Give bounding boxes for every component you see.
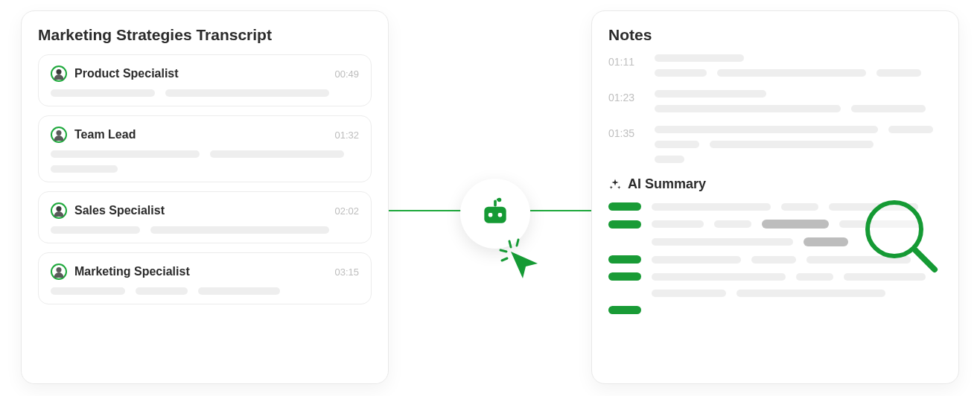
avatar-icon: [51, 264, 67, 280]
connector-line: [530, 210, 591, 211]
fade-overlay: [22, 354, 388, 383]
note-timestamp: 01:35: [608, 126, 638, 163]
svg-rect-2: [498, 213, 503, 217]
skeleton-lines: [655, 54, 942, 77]
note-item[interactable]: 01:35: [608, 126, 942, 163]
sparkle-icon: [608, 178, 622, 191]
entry-header: Team Lead 01:32: [51, 127, 359, 143]
speaker-name: Marketing Specialist: [74, 265, 190, 278]
ai-summary-body: [608, 202, 942, 314]
note-timestamp: 01:23: [608, 90, 638, 112]
transcript-title: Marketing Strategies Transcript: [38, 26, 372, 44]
timestamp: 03:15: [334, 266, 359, 278]
avatar-icon: [51, 127, 67, 143]
svg-line-7: [500, 250, 506, 252]
timestamp: 02:02: [334, 205, 359, 217]
skeleton-lines: [51, 287, 359, 295]
skeleton-lines: [51, 89, 359, 97]
speaker-name: Sales Specialist: [74, 204, 165, 217]
entry-header: Sales Specialist 02:02: [51, 202, 359, 219]
transcript-card: Marketing Strategies Transcript Product …: [21, 10, 389, 384]
skeleton-lines: [655, 90, 942, 112]
speaker-name: Team Lead: [74, 128, 136, 141]
note-item[interactable]: 01:23: [608, 90, 942, 112]
notes-card: Notes 01:11 01:23 01:35 AI Summary: [591, 10, 959, 384]
transcript-entry[interactable]: Product Specialist 00:49: [38, 54, 372, 106]
skeleton-lines: [51, 226, 359, 234]
notes-title: Notes: [608, 26, 942, 44]
avatar-icon: [51, 66, 67, 82]
svg-line-9: [502, 258, 507, 261]
transcript-entry[interactable]: Sales Specialist 02:02: [38, 191, 372, 243]
timestamp: 01:32: [334, 130, 359, 141]
svg-rect-0: [484, 207, 506, 223]
entry-header: Marketing Specialist 03:15: [51, 264, 359, 280]
skeleton-lines: [655, 126, 942, 163]
ai-summary-header: AI Summary: [608, 176, 942, 192]
timestamp: 00:49: [334, 68, 359, 80]
svg-rect-1: [489, 213, 493, 217]
svg-rect-5: [497, 199, 500, 201]
robot-icon: [479, 196, 512, 231]
avatar-icon: [51, 202, 67, 219]
svg-line-6: [509, 241, 511, 247]
note-timestamp: 01:11: [608, 54, 638, 77]
svg-rect-3: [494, 200, 497, 207]
skeleton-lines: [51, 150, 359, 158]
ai-summary-title: AI Summary: [628, 176, 706, 192]
transcript-entry[interactable]: Marketing Specialist 03:15: [38, 252, 372, 304]
connector-line: [389, 210, 463, 211]
transcript-entry[interactable]: Team Lead 01:32: [38, 115, 372, 182]
svg-line-8: [517, 240, 518, 246]
skeleton-lines: [51, 165, 359, 173]
speaker-name: Product Specialist: [74, 67, 179, 80]
entry-header: Product Specialist 00:49: [51, 66, 359, 82]
note-item[interactable]: 01:11: [608, 54, 942, 77]
cursor-click-icon: [497, 238, 545, 286]
